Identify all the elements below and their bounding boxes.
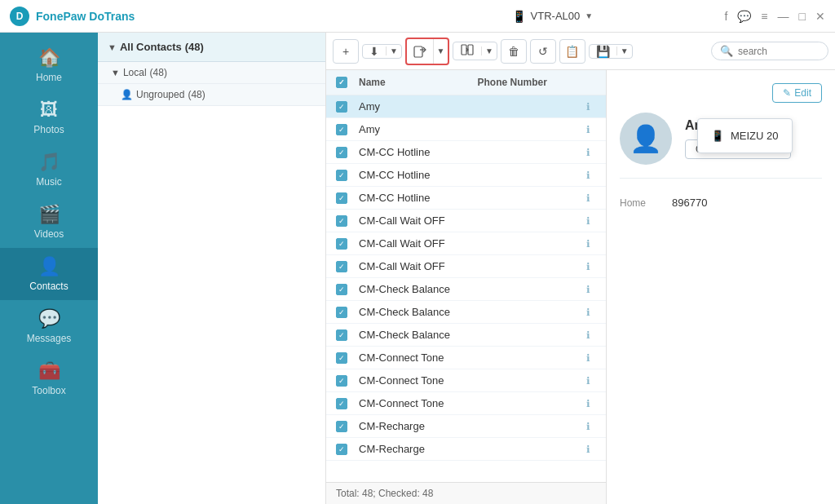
sidebar-item-videos[interactable]: 🎬 Videos: [0, 196, 98, 248]
row-check-7[interactable]: [336, 261, 359, 272]
row-check-12[interactable]: [336, 375, 359, 387]
sidebar-label-home: Home: [36, 72, 62, 83]
meizu20-option[interactable]: 📱 MEIZU 20: [698, 124, 792, 148]
minimize-icon[interactable]: —: [778, 10, 789, 23]
row-name-10: CM-Check Balance: [359, 329, 580, 341]
row-check-2[interactable]: [336, 147, 359, 158]
contact-row[interactable]: CM-Connect Tone ℹ: [326, 369, 606, 392]
row-checkbox-14[interactable]: [336, 421, 347, 432]
info-icon-13: ℹ: [586, 398, 590, 409]
search-input[interactable]: [738, 46, 820, 57]
row-checkbox-11[interactable]: [336, 352, 347, 364]
contact-row[interactable]: CM-CC Hotline ℹ: [326, 141, 606, 164]
contact-row[interactable]: CM-Recharge ℹ: [326, 438, 606, 461]
sidebar-item-photos[interactable]: 🖼 Photos: [0, 91, 98, 144]
menu-icon[interactable]: ≡: [761, 10, 767, 23]
select-all-checkbox[interactable]: [336, 77, 347, 88]
row-check-0[interactable]: [336, 101, 359, 113]
save-btn-group[interactable]: 💾 ▼: [589, 44, 633, 59]
edit-button[interactable]: ✎ Edit: [772, 83, 822, 103]
contact-row[interactable]: CM-Recharge ℹ: [326, 415, 606, 438]
device-dropdown-arrow[interactable]: ▼: [585, 11, 593, 20]
window-controls: f 💬 ≡ — □ ✕: [724, 10, 825, 23]
contact-row[interactable]: CM-Check Balance ℹ: [326, 278, 606, 301]
device-icon: 📱: [512, 10, 526, 23]
ungrouped-count: (48): [188, 89, 205, 100]
toolbar: + ⬇ ▼ ▼: [326, 33, 835, 70]
add-button[interactable]: +: [333, 39, 359, 64]
refresh-button[interactable]: ↺: [530, 39, 556, 64]
row-check-8[interactable]: [336, 284, 359, 295]
row-info-0: ℹ: [580, 101, 596, 113]
facebook-icon[interactable]: f: [724, 10, 727, 23]
row-checkbox-13[interactable]: [336, 398, 347, 409]
contact-row[interactable]: CM-Call Wait OFF ℹ: [326, 210, 606, 232]
row-name-1: Amy: [359, 123, 580, 135]
save-dropdown-arrow[interactable]: ▼: [616, 46, 632, 55]
row-check-13[interactable]: [336, 398, 359, 409]
row-checkbox-2[interactable]: [336, 147, 347, 158]
row-check-10[interactable]: [336, 329, 359, 341]
row-checkbox-4[interactable]: [336, 192, 347, 204]
transfer-btn-group[interactable]: ▼: [453, 42, 497, 60]
row-checkbox-1[interactable]: [336, 124, 347, 135]
row-info-4: ℹ: [580, 192, 596, 204]
row-checkbox-5[interactable]: [336, 215, 347, 227]
row-check-1[interactable]: [336, 124, 359, 135]
row-checkbox-8[interactable]: [336, 284, 347, 295]
import-btn-group[interactable]: ⬇ ▼: [362, 44, 402, 59]
import-icon: ⬇: [363, 45, 386, 58]
copy-button[interactable]: 📋: [559, 39, 585, 64]
row-info-2: ℹ: [580, 147, 596, 158]
contact-row[interactable]: Amy ℹ: [326, 118, 606, 141]
row-name-15: CM-Recharge: [359, 443, 580, 455]
sidebar-item-toolbox[interactable]: 🧰 Toolbox: [0, 352, 98, 405]
row-checkbox-7[interactable]: [336, 261, 347, 272]
contact-row[interactable]: CM-Call Wait OFF ℹ: [326, 232, 606, 255]
row-checkbox-6[interactable]: [336, 238, 347, 250]
local-group-header[interactable]: ▼ Local (48): [98, 62, 325, 84]
maximize-icon[interactable]: □: [799, 10, 806, 23]
contact-row[interactable]: Amy ℹ: [326, 95, 606, 118]
export-device-btn-group[interactable]: ▼: [405, 38, 449, 65]
row-check-9[interactable]: [336, 307, 359, 318]
sidebar-label-music: Music: [36, 176, 61, 188]
search-box[interactable]: 🔍: [711, 42, 828, 60]
row-checkbox-15[interactable]: [336, 444, 347, 455]
row-check-4[interactable]: [336, 192, 359, 204]
row-check-15[interactable]: [336, 444, 359, 455]
contact-row[interactable]: CM-CC Hotline ℹ: [326, 187, 606, 210]
row-check-3[interactable]: [336, 170, 359, 181]
row-check-6[interactable]: [336, 238, 359, 250]
sidebar-item-messages[interactable]: 💬 Messages: [0, 300, 98, 352]
contact-row[interactable]: CM-Check Balance ℹ: [326, 324, 606, 347]
transfer-icon: [453, 42, 481, 60]
row-check-14[interactable]: [336, 421, 359, 432]
row-check-5[interactable]: [336, 215, 359, 227]
row-checkbox-0[interactable]: [336, 101, 347, 113]
contact-row[interactable]: CM-Call Wait OFF ℹ: [326, 255, 606, 278]
export-device-dropdown-arrow[interactable]: ▼: [433, 39, 448, 64]
delete-button[interactable]: 🗑: [501, 39, 527, 64]
contact-row[interactable]: CM-Check Balance ℹ: [326, 301, 606, 324]
row-checkbox-12[interactable]: [336, 375, 347, 387]
info-icon-2: ℹ: [586, 147, 590, 158]
device-selector[interactable]: 📱 VTR-AL00 ▼: [380, 10, 724, 23]
import-dropdown-arrow[interactable]: ▼: [386, 46, 401, 55]
contact-row[interactable]: CM-CC Hotline ℹ: [326, 164, 606, 187]
row-check-11[interactable]: [336, 352, 359, 364]
close-icon[interactable]: ✕: [815, 10, 825, 23]
contact-row[interactable]: CM-Connect Tone ℹ: [326, 392, 606, 415]
transfer-dropdown-arrow[interactable]: ▼: [481, 46, 497, 55]
all-contacts-label: All Contacts: [120, 41, 182, 53]
sidebar-item-contacts[interactable]: 👤 Contacts: [0, 248, 98, 300]
ungrouped-header[interactable]: 👤 Ungrouped (48): [98, 84, 325, 106]
sidebar-item-music[interactable]: 🎵 Music: [0, 144, 98, 196]
videos-icon: 🎬: [38, 204, 60, 225]
contact-row[interactable]: CM-Connect Tone ℹ: [326, 347, 606, 369]
row-checkbox-9[interactable]: [336, 307, 347, 318]
chat-icon[interactable]: 💬: [737, 10, 751, 23]
row-checkbox-10[interactable]: [336, 329, 347, 341]
sidebar-item-home[interactable]: 🏠 Home: [0, 39, 98, 91]
row-checkbox-3[interactable]: [336, 170, 347, 181]
